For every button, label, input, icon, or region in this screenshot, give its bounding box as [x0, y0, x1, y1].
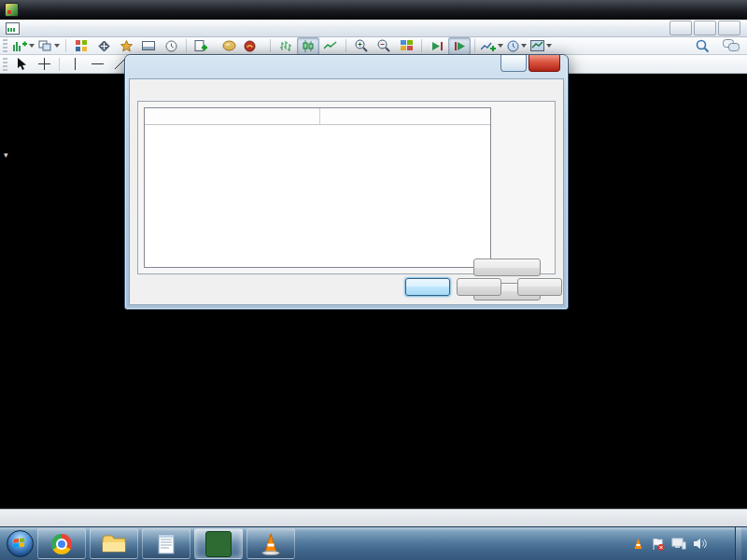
- new-order-button[interactable]: [190, 38, 218, 54]
- vlc-tray-icon[interactable]: [632, 538, 644, 551]
- taskbar-clock[interactable]: [713, 539, 728, 550]
- navigator-button[interactable]: [115, 37, 137, 55]
- app-icon: [5, 3, 19, 17]
- chrome-icon: [51, 534, 72, 554]
- market-watch-button[interactable]: [70, 37, 92, 55]
- separator: [345, 39, 346, 52]
- chevron-down-icon: [498, 44, 503, 48]
- auto-scroll-button[interactable]: [426, 37, 448, 55]
- line-chart-button[interactable]: [319, 37, 342, 55]
- chat-icon[interactable]: [723, 39, 740, 52]
- indicators-button[interactable]: [479, 37, 505, 55]
- autotrading-icon: [244, 40, 256, 52]
- periods-button[interactable]: [505, 37, 529, 55]
- custom-indicator-dialog: [124, 54, 569, 310]
- separator: [65, 39, 66, 52]
- templates-button[interactable]: [529, 37, 554, 55]
- help-button[interactable]: [500, 55, 527, 72]
- taskbar-notepad-button[interactable]: [142, 528, 190, 559]
- cancel-button[interactable]: [457, 278, 501, 296]
- chevron-down-icon: [54, 44, 60, 48]
- chevron-down-icon: [521, 44, 527, 48]
- zoom-out-button[interactable]: [373, 37, 395, 55]
- taskbar-explorer-button[interactable]: [90, 528, 138, 559]
- autotrading-button[interactable]: [240, 38, 266, 54]
- taskbar-vlc-button[interactable]: [247, 528, 295, 559]
- notepad-icon: [157, 533, 176, 555]
- dialog-body: [129, 78, 564, 305]
- ok-button[interactable]: [405, 278, 450, 296]
- show-desktop-button[interactable]: [735, 527, 741, 560]
- crosshair-button[interactable]: [33, 55, 55, 73]
- zoom-in-button[interactable]: [350, 37, 373, 55]
- system-tray: [632, 527, 747, 560]
- title-bar[interactable]: [0, 0, 747, 20]
- action-center-flag-icon[interactable]: [651, 538, 665, 551]
- toolbar-grip[interactable]: [3, 58, 7, 71]
- profiles-button[interactable]: [36, 37, 62, 55]
- separator: [186, 39, 187, 52]
- separator: [474, 39, 475, 52]
- data-window-button[interactable]: [92, 37, 115, 55]
- inputs-tab-panel: [137, 101, 556, 274]
- horizontal-line-button[interactable]: [86, 55, 108, 73]
- taskbar: [0, 526, 747, 560]
- chevron-down-icon: [546, 44, 552, 48]
- restore-button[interactable]: [694, 21, 716, 35]
- load-button[interactable]: [473, 259, 541, 276]
- folder-icon: [102, 535, 126, 553]
- standard-toolbar: [0, 37, 747, 55]
- network-icon[interactable]: [671, 538, 686, 550]
- column-header-variable[interactable]: [145, 108, 319, 124]
- separator: [421, 39, 422, 52]
- start-button[interactable]: [4, 528, 35, 560]
- mdi-controls: [669, 21, 743, 35]
- menu-bar: [0, 20, 747, 37]
- windows-logo-icon: [7, 530, 34, 557]
- new-order-icon: [194, 40, 207, 52]
- vertical-line-button[interactable]: [63, 55, 86, 73]
- taskbar-fbs-button[interactable]: [194, 528, 243, 559]
- reset-button[interactable]: [517, 278, 562, 296]
- fbs-icon: [205, 531, 232, 557]
- chart-shift-button[interactable]: [448, 37, 471, 55]
- cursor-button[interactable]: [10, 55, 33, 73]
- column-header-value[interactable]: [319, 108, 490, 124]
- strategy-tester-button[interactable]: [160, 37, 182, 55]
- chart-tabs-bar: [0, 509, 747, 526]
- taskbar-chrome-button[interactable]: [37, 528, 86, 559]
- table-header: [145, 108, 490, 125]
- terminal-button[interactable]: [137, 37, 160, 55]
- chevron-down-icon: [29, 44, 35, 48]
- search-icon[interactable]: [696, 39, 710, 53]
- parameters-table: [144, 107, 491, 268]
- toolbar-grip[interactable]: [3, 39, 7, 52]
- candle-chart-button[interactable]: [297, 37, 319, 55]
- chart-window-icon[interactable]: [6, 22, 20, 35]
- dialog-close-button[interactable]: [529, 55, 560, 72]
- minimize-button[interactable]: [669, 21, 692, 35]
- vlc-icon: [261, 533, 281, 555]
- new-chart-button[interactable]: [10, 37, 36, 55]
- close-button[interactable]: [718, 21, 740, 35]
- mt4-window: ▾: [0, 0, 747, 560]
- separator: [59, 58, 60, 71]
- separator: [270, 39, 271, 52]
- speaker-icon[interactable]: [693, 538, 707, 550]
- bar-chart-button[interactable]: [275, 37, 297, 55]
- expert-advisors-icon[interactable]: [218, 37, 240, 55]
- tile-windows-button[interactable]: [395, 37, 417, 55]
- ohlc-collapse-icon[interactable]: ▾: [4, 150, 8, 160]
